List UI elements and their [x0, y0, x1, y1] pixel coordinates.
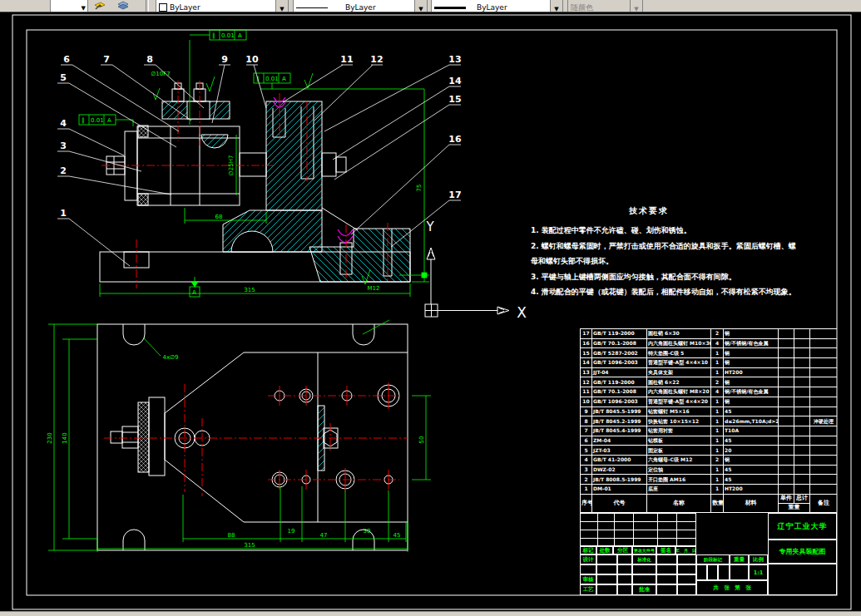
parts-cell-code: JB/T 8045.4-1999: [592, 426, 647, 436]
linetype-combo-arrow-icon[interactable]: ▼: [414, 0, 427, 12]
parts-cell-total_weight: [794, 358, 810, 368]
tb-standardization: 标准化: [632, 554, 656, 564]
parts-cell-material: 钢: [724, 377, 779, 387]
front-section-view: ∥0.01A ∥0.01A ∥0.01A A 315 75 68 ∅25H7 ∅…: [79, 30, 429, 297]
svg-text:16: 16: [448, 134, 462, 145]
svg-text:50: 50: [418, 436, 425, 444]
parts-cell-material: 钢: [724, 455, 779, 465]
parts-cell-unit_weight: [779, 377, 794, 387]
parts-row: 2JB/T 8008.5-1999开口垫圈 AM16145: [581, 475, 838, 485]
svg-text:12: 12: [370, 54, 383, 65]
color-combo-arrow-icon[interactable]: ▼: [275, 0, 288, 12]
linetype-combo[interactable]: ByLayer ▼: [293, 0, 428, 12]
tech-req-line: 2. 螺钉和螺母紧固时，严禁打击或使用不合适的旋具和扳手。紧固后螺钉槽、螺: [531, 239, 840, 254]
parts-row: 4GB/T 41-2000六角螺母-C级 M122钢: [581, 455, 838, 465]
parts-cell-unit_weight: [779, 446, 794, 456]
dropdown-arrow-icon[interactable]: ▼: [82, 5, 86, 12]
tb-cell: [596, 564, 617, 574]
parts-row: 8JB/T 8045.2-1999快换钻套 10×15×121d≤26mm,T1…: [581, 416, 838, 426]
tb-approve: 批准: [632, 584, 656, 595]
parts-cell-code: GB/T 1096-2003: [592, 397, 647, 407]
parts-cell-total_weight: [794, 367, 810, 377]
toolbar-separator: [146, 0, 149, 12]
parts-cell-remark: [810, 436, 838, 446]
plotstyle-combo-arrow-icon: ▼: [630, 0, 642, 12]
parts-cell-material: 钢: [724, 348, 779, 358]
parts-cell-total_weight: [794, 465, 810, 475]
parts-cell-qty: 1: [711, 465, 724, 475]
tb-check: 审核: [580, 574, 596, 584]
tb-cell: [768, 564, 837, 595]
tb-weight: 重量: [730, 554, 749, 564]
svg-text:3: 3: [60, 140, 67, 151]
parts-cell-code: ZM-04: [592, 436, 647, 446]
callout-numbers: 6 7 8 9 10 11 12 13 14 15 16 17 5 4 3 2 …: [60, 54, 462, 219]
parts-cell-unit_weight: [779, 397, 794, 407]
parts-cell-qty: 1: [711, 446, 724, 456]
parts-cell-material: 钢: [724, 358, 779, 368]
parts-cell-material: T10A: [724, 426, 779, 436]
svg-text:14: 14: [448, 76, 462, 86]
svg-text:230: 230: [47, 432, 53, 443]
svg-text:A: A: [107, 117, 111, 124]
tb-design: 设计: [580, 554, 596, 564]
lineweight-combo[interactable]: ByLayer ▼: [431, 0, 563, 12]
parts-cell-material: 钢/不锈钢/有色金属: [724, 338, 779, 348]
parts-row: 14GB/T 1096-2003普通型平键-A型 4×4×101钢: [581, 358, 838, 368]
parts-cell-name: 固定板: [647, 446, 711, 456]
parts-cell-total_weight: [794, 426, 810, 436]
tb-cell: [718, 564, 730, 580]
parts-cell-name: 内六角圆柱头螺钉 M8×20: [647, 387, 711, 397]
parts-cell-code: JB/T 8045.5-1999: [592, 407, 647, 416]
color-combo[interactable]: ByLayer ▼: [156, 0, 289, 12]
tb-scale-value: 1:1: [749, 564, 768, 580]
parts-row: 15GB/T 5287-2002特大垫圈-C级 51钢: [581, 348, 838, 358]
svg-text:17: 17: [448, 190, 461, 200]
parts-cell-code: JB/T 8045.2-1999: [592, 416, 647, 426]
tech-req-title: 技术要求: [629, 205, 840, 217]
parts-cell-name: 普通型平键-A型 4×4×20: [647, 397, 711, 407]
parts-cell-name: 定位轴: [647, 465, 711, 475]
parts-row: 1DM-01底座1HT200: [581, 485, 838, 495]
parts-cell-total_weight: [794, 436, 810, 446]
dimension-texts-plan: 4x∅9 230 140 88 19 47 50 45 315 50: [47, 354, 425, 549]
tb-cell: [677, 584, 696, 595]
parts-cell-name: 圆柱销 6×30: [647, 329, 711, 339]
parts-row: 6ZM-04钻模板145: [581, 436, 838, 446]
parts-cell-code: GB/T 1096-2003: [592, 358, 647, 368]
parts-cell-remark: [810, 475, 838, 485]
toolbar-combo-fragment[interactable]: ▼: [50, 0, 88, 12]
parts-cell-name: 钻套用衬套: [647, 426, 711, 436]
lineweight-combo-arrow-icon[interactable]: ▼: [550, 0, 562, 12]
parts-cell-unit_weight: [779, 465, 794, 475]
tb-university: 辽宁工业大学: [768, 513, 837, 540]
parts-row: 3DWZ-02定位轴145: [581, 465, 838, 475]
parts-cell-unit_weight: [779, 455, 794, 465]
parts-cell-no: 4: [581, 455, 592, 465]
parts-cell-material: 钢/不锈钢/有色金属: [724, 387, 779, 397]
make-object-layer-current-icon[interactable]: [93, 0, 106, 11]
header-no: 序号: [581, 494, 592, 512]
parts-cell-unit_weight: [779, 348, 794, 358]
parts-cell-no: 17: [581, 329, 592, 339]
svg-text:∥: ∥: [82, 117, 85, 124]
tb-change-file-no: 更改文件号: [632, 546, 656, 554]
header-code: 代号: [592, 494, 647, 512]
parts-cell-unit_weight: [779, 367, 794, 377]
parts-cell-remark: [810, 397, 838, 407]
layer-properties-icon[interactable]: [116, 0, 130, 11]
tb-drawing-title: 专用夹具装配图: [768, 540, 837, 564]
parts-row: 13JJT-04夹具体支架1HT200: [581, 367, 838, 377]
svg-text:∅10F7: ∅10F7: [151, 71, 171, 77]
tb-cell: [596, 584, 617, 595]
svg-text:A: A: [238, 32, 242, 39]
parts-cell-qty: 4: [711, 387, 724, 397]
parts-cell-unit_weight: [779, 407, 794, 416]
parts-cell-unit_weight: [779, 485, 794, 495]
svg-text:5: 5: [60, 72, 67, 83]
parts-cell-material: 钢: [724, 329, 779, 339]
tb-cell: [617, 554, 632, 564]
parts-cell-unit_weight: [779, 416, 794, 426]
svg-text:0.01: 0.01: [265, 76, 279, 82]
parts-cell-code: GB/T 5287-2002: [592, 348, 647, 358]
